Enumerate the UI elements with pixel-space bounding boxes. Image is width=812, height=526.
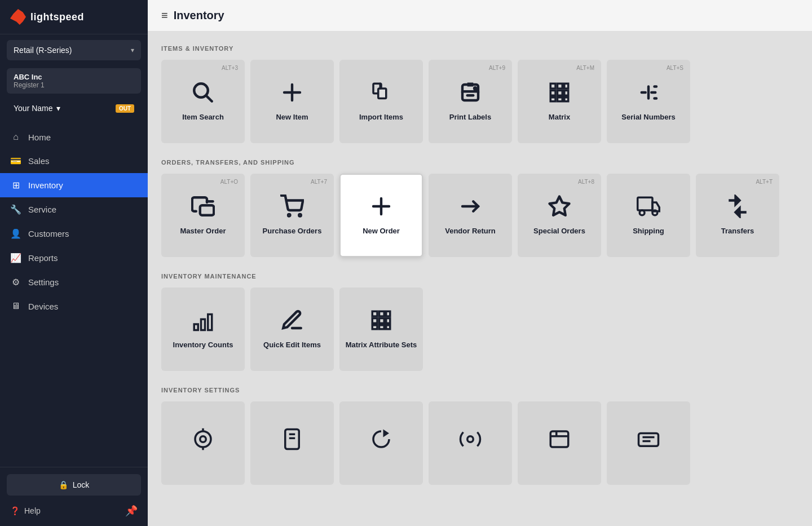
lightspeed-logo-icon [10,9,26,25]
tile-settings-2[interactable] [250,401,334,485]
tile-quick-edit-items[interactable]: Quick Edit Items [250,288,334,371]
tile-icon-transfers [726,195,749,222]
lock-button[interactable]: 🔒 Lock [7,474,141,496]
tile-label-import-items: Import Items [355,113,408,122]
sidebar-bottom: 🔒 Lock ❓ Help 📌 [0,467,148,526]
tile-icon-settings-3 [369,427,393,455]
tile-label-matrix: Matrix [544,113,575,122]
help-link[interactable]: ❓ Help [10,506,41,515]
tile-shortcut-special-orders: ALT+8 [578,179,594,185]
sales-icon: 💳 [10,156,21,166]
tile-icon-quick-edit-items [280,308,304,336]
section-title-orders-transfers: ORDERS, TRANSFERS, AND SHIPPING [161,159,798,166]
main-content: ≡ Inventory ITEMS & INVENTORYALT+3Item S… [148,0,812,526]
tile-label-master-order: Master Order [176,227,231,236]
service-icon: 🔧 [10,204,21,215]
tile-shortcut-transfers: ALT+T [756,179,773,185]
svg-rect-11 [564,83,568,89]
svg-marker-32 [736,209,747,216]
tile-label-print-labels: Print Labels [445,113,496,122]
tile-special-orders[interactable]: ALT+8Special Orders [518,174,601,257]
svg-point-7 [474,87,476,90]
tile-matrix[interactable]: ALT+MMatrix [518,60,601,143]
section-title-items-inventory: ITEMS & INVENTORY [161,45,798,52]
svg-rect-39 [372,319,377,324]
sidebar-item-label: Devices [28,302,58,311]
sidebar-item-customers[interactable]: 👤 Customers [0,222,148,246]
tile-icon-new-order [369,195,393,222]
tile-matrix-attribute-sets[interactable]: Matrix Attribute Sets [339,288,423,371]
tile-label-special-orders: Special Orders [529,227,590,236]
tile-serial-numbers[interactable]: ALT+SSerial Numbers [607,60,690,143]
tile-vendor-return[interactable]: Vendor Return [429,174,512,257]
tile-shipping[interactable]: Shipping [607,174,690,257]
tile-settings-6[interactable] [607,401,690,485]
tile-settings-3[interactable] [339,401,423,485]
user-name[interactable]: Your Name ▾ [14,104,60,113]
svg-rect-12 [550,91,555,96]
sidebar-item-inventory[interactable]: ⊞ Inventory [0,173,148,197]
tile-icon-special-orders [548,195,571,222]
sidebar-item-devices[interactable]: 🖥 Devices [0,294,148,318]
sidebar-item-home[interactable]: ⌂ Home [0,125,148,149]
tile-new-order[interactable]: New Order [339,174,423,257]
svg-rect-37 [379,311,385,316]
tile-grid-orders-transfers: ALT+OMaster OrderALT+7Purchase OrdersNew… [161,174,798,257]
sidebar-item-settings[interactable]: ⚙ Settings [0,270,148,294]
sidebar-item-service[interactable]: 🔧 Service [0,197,148,222]
home-icon: ⌂ [10,132,21,142]
tile-purchase-orders[interactable]: ALT+7Purchase Orders [250,174,334,257]
tile-icon-matrix [548,81,571,108]
svg-rect-42 [372,325,377,329]
chevron-down-icon: ▾ [131,46,134,54]
sidebar-item-sales[interactable]: 💳 Sales [0,149,148,173]
tile-settings-1[interactable] [161,401,245,485]
sidebar-item-label: Service [28,205,56,214]
tile-shortcut-matrix: ALT+M [576,65,594,71]
tile-shortcut-master-order: ALT+O [220,179,238,185]
settings-icon: ⚙ [10,277,21,288]
section-title-inventory-maintenance: INVENTORY MAINTENANCE [161,273,798,280]
page-header-icon: ≡ [161,9,168,22]
tile-import-items[interactable]: Import Items [339,60,423,143]
tile-grid-inventory-maintenance: Inventory CountsQuick Edit ItemsMatrix A… [161,288,798,371]
tile-settings-4[interactable] [429,401,512,485]
sidebar-item-reports[interactable]: 📈 Reports [0,246,148,270]
page-title: Inventory [174,9,224,22]
register-name: Register 1 [14,81,134,89]
help-label: Help [24,506,41,515]
svg-rect-44 [386,325,390,329]
svg-point-46 [200,436,206,442]
tile-icon-inventory-counts [191,308,215,336]
sidebar-item-label: Home [28,132,51,142]
svg-rect-40 [379,319,385,324]
tile-label-shipping: Shipping [628,227,669,236]
tile-label-item-search: Item Search [178,113,228,122]
svg-point-52 [467,436,474,442]
tile-icon-item-search [191,81,215,108]
tile-grid-items-inventory: ALT+3Item SearchNew ItemImport ItemsALT+… [161,60,798,143]
tile-label-vendor-return: Vendor Return [440,227,500,236]
sidebar-item-label: Reports [28,253,58,263]
company-name: ABC Inc [14,73,134,81]
svg-marker-8 [467,83,474,87]
tile-inventory-counts[interactable]: Inventory Counts [161,288,245,371]
retail-series-selector[interactable]: Retail (R-Series) ▾ [7,40,141,60]
svg-rect-15 [550,98,555,101]
tile-master-order[interactable]: ALT+OMaster Order [161,174,245,257]
sidebar: lightspeed Retail (R-Series) ▾ ABC Inc R… [0,0,148,526]
tile-new-item[interactable]: New Item [250,60,334,143]
tile-icon-print-labels [458,81,482,108]
svg-point-29 [639,210,645,215]
section-inventory-settings: INVENTORY SETTINGS [161,387,798,485]
svg-rect-53 [550,431,568,447]
tile-print-labels[interactable]: ALT+9Print Labels [429,60,512,143]
tile-item-search[interactable]: ALT+3Item Search [161,60,245,143]
svg-rect-33 [194,324,198,330]
tile-icon-new-item [280,81,304,108]
tile-settings-5[interactable] [518,401,601,485]
pin-icon[interactable]: 📌 [125,505,138,517]
svg-rect-17 [564,98,568,101]
tile-transfers[interactable]: ALT+TTransfers [696,174,779,257]
sidebar-logo: lightspeed [0,0,148,34]
